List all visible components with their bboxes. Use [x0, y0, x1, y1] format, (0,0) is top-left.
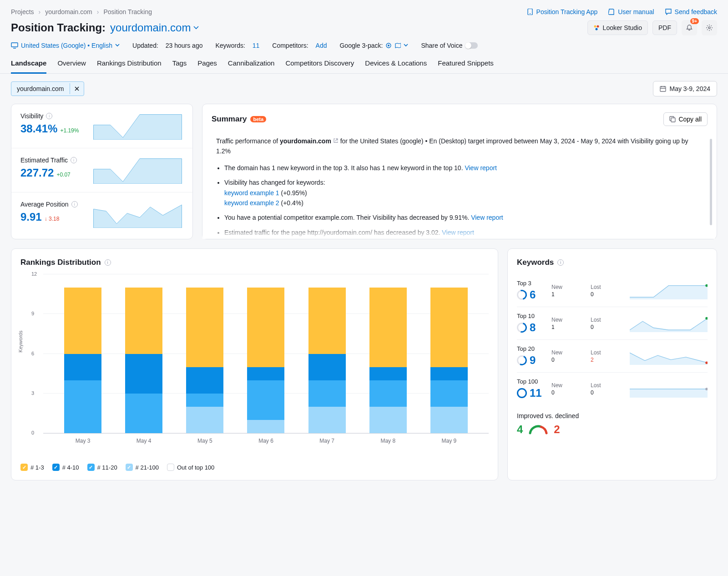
bar-column[interactable]: May 8: [369, 274, 407, 433]
svg-rect-6: [11, 43, 18, 47]
date-range-button[interactable]: May 3-9, 2024: [653, 81, 718, 96]
kw-label: Top 100: [517, 378, 544, 385]
x-axis-label: May 8: [369, 438, 407, 444]
progress-ring-icon: [517, 323, 527, 333]
tab-featured-snippets[interactable]: Featured Snippets: [438, 59, 494, 74]
tab-cannibalization[interactable]: Cannibalization: [228, 59, 275, 74]
x-axis-label: May 6: [247, 438, 284, 444]
notifications-button[interactable]: 9+: [682, 20, 697, 35]
bell-icon: [686, 24, 693, 31]
bar-column[interactable]: May 5: [186, 274, 223, 433]
page-title: Position Tracking: yourdomain.com: [11, 21, 199, 34]
kw-value: 8: [517, 321, 544, 334]
summary-intro: Traffic performance of yourdomain.com fo…: [216, 136, 703, 157]
chip-remove-button[interactable]: [70, 83, 84, 94]
kw-label: Top 10: [517, 313, 544, 319]
bar-column[interactable]: May 7: [308, 274, 346, 433]
legend-item[interactable]: Out of top 100: [167, 464, 214, 471]
keyword-row-top-100[interactable]: Top 10011New0Lost0: [517, 373, 708, 405]
keyword-row-top-20[interactable]: Top 209New0Lost2: [517, 340, 708, 373]
bar-segment: [369, 407, 407, 433]
breadcrumb-domain[interactable]: yourdomain.com: [45, 8, 92, 15]
user-manual-link[interactable]: User manual: [608, 8, 654, 15]
bar-column[interactable]: May 4: [125, 274, 162, 433]
breadcrumb-tool: Position Tracking: [103, 8, 152, 15]
google-3pack[interactable]: Google 3-pack:: [339, 42, 408, 49]
mobile-icon: [527, 9, 533, 15]
bar-segment: [430, 380, 468, 407]
sparkline-chart: [630, 282, 708, 299]
tab-competitors-discovery[interactable]: Competitors Discovery: [285, 59, 354, 74]
kw-value: 11: [517, 387, 544, 399]
bar-column[interactable]: May 3: [64, 274, 101, 433]
tab-devices-&-locations[interactable]: Devices & Locations: [365, 59, 427, 74]
info-icon[interactable]: i: [46, 113, 52, 119]
location-selector[interactable]: United States (Google) • English: [11, 42, 120, 49]
legend-item[interactable]: # 21-100: [126, 464, 159, 471]
chevron-down-icon: [115, 43, 120, 48]
copy-all-button[interactable]: Copy all: [663, 112, 708, 126]
kw-new: New1: [551, 284, 583, 298]
toggle-off-icon: [465, 42, 478, 49]
chat-icon: [665, 9, 672, 15]
book-icon: [608, 9, 615, 15]
keyword-row-top-3[interactable]: Top 36New1Lost0: [517, 274, 708, 307]
metric-visibility[interactable]: Visibility i38.41% +1.19%: [11, 104, 192, 148]
updated-status: Updated: 23 hours ago: [132, 42, 202, 49]
tab-tags[interactable]: Tags: [172, 59, 187, 74]
looker-icon: [593, 25, 600, 31]
domain-selector[interactable]: yourdomain.com: [110, 21, 199, 34]
close-icon: [75, 86, 79, 91]
settings-button[interactable]: [702, 20, 717, 35]
position-tracking-app-link[interactable]: Position Tracking App: [527, 8, 598, 15]
view-report-link[interactable]: View report: [471, 214, 503, 221]
info-icon[interactable]: i: [71, 201, 78, 207]
checkbox-icon: [87, 464, 95, 471]
legend-item[interactable]: # 1-3: [20, 464, 44, 471]
bar-segment: [186, 367, 223, 394]
external-link-icon[interactable]: [333, 138, 339, 143]
info-icon[interactable]: i: [557, 259, 564, 266]
tab-rankings-distribution[interactable]: Rankings Distribution: [97, 59, 162, 74]
metric-average-position[interactable]: Average Position i9.91 ↓ 3.18: [11, 192, 192, 236]
tab-landscape[interactable]: Landscape: [11, 59, 46, 74]
bar-segment: [247, 380, 284, 420]
chevron-down-icon: [404, 43, 408, 48]
progress-ring-icon: [517, 290, 527, 300]
bar-segment: [186, 288, 223, 367]
bar-segment: [430, 288, 468, 367]
info-icon[interactable]: i: [105, 259, 111, 266]
kw-lost: Lost2: [591, 349, 622, 363]
pdf-button[interactable]: PDF: [652, 20, 677, 35]
keyword-link[interactable]: keyword example 1: [224, 189, 279, 197]
chevron-right-icon: ›: [39, 8, 41, 15]
metric-estimated-traffic[interactable]: Estimated Traffic i227.72 +0.07: [11, 148, 192, 192]
tab-pages[interactable]: Pages: [197, 59, 217, 74]
legend-item[interactable]: # 11-20: [87, 464, 117, 471]
progress-ring-icon: [517, 355, 527, 365]
scrollbar[interactable]: [710, 139, 712, 225]
share-of-voice-toggle[interactable]: Share of Voice: [421, 42, 478, 49]
keywords-card: Keywords i Top 36New1Lost0Top 108New1Los…: [507, 248, 717, 480]
chart-legend: # 1-3# 4-10# 11-20# 21-100Out of top 100: [20, 464, 489, 471]
keyword-row-top-10[interactable]: Top 108New1Lost0: [517, 307, 708, 340]
tab-overview[interactable]: Overview: [57, 59, 86, 74]
view-report-link[interactable]: View report: [465, 164, 497, 172]
gear-icon: [706, 24, 713, 31]
keyword-link[interactable]: keyword example 2: [224, 199, 279, 207]
send-feedback-link[interactable]: Send feedback: [665, 8, 717, 15]
breadcrumb-projects[interactable]: Projects: [11, 8, 34, 15]
bar-segment: [125, 394, 162, 433]
looker-studio-button[interactable]: Looker Studio: [587, 20, 648, 35]
x-axis-label: May 9: [430, 438, 468, 444]
legend-item[interactable]: # 4-10: [52, 464, 79, 471]
bar-column[interactable]: May 9: [430, 274, 468, 433]
bar-column[interactable]: May 6: [247, 274, 284, 433]
sparkline-chart: [92, 201, 183, 228]
improved-declined: Improved vs. declined 4 2: [517, 412, 708, 436]
svg-point-3: [597, 25, 599, 28]
bar-segment: [186, 407, 223, 433]
kw-label: Top 3: [517, 280, 544, 287]
kw-label: Top 20: [517, 345, 544, 352]
info-icon[interactable]: i: [71, 157, 77, 163]
